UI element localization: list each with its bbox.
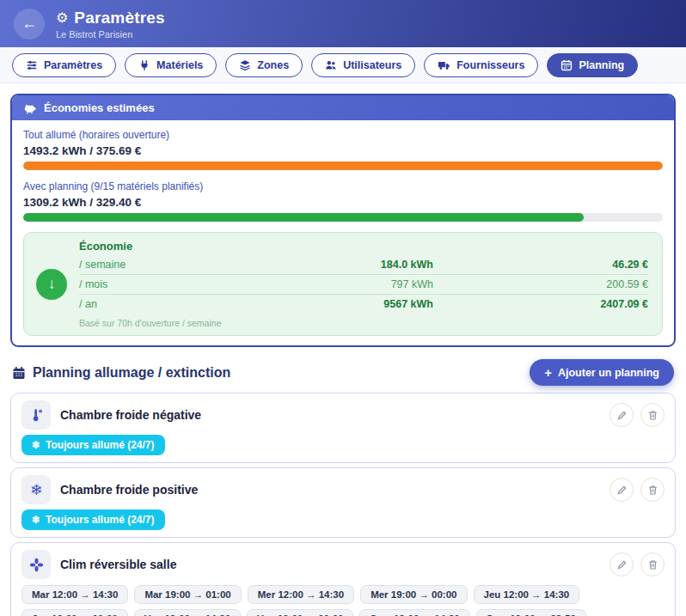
tab-bar: Paramètres Matériels Zones Utilisateurs … <box>0 47 686 83</box>
euro-value: 200.59 € <box>433 278 648 290</box>
with-planning-label: Avec planning (9/15 matériels planifiés) <box>23 180 663 192</box>
kwh-value: 797 kWh <box>253 278 433 290</box>
badge-label: Toujours allumé (24/7) <box>46 439 154 451</box>
add-planning-label: Ajouter un planning <box>558 367 659 379</box>
snowflake-icon: ❄ <box>21 475 51 504</box>
planning-card-chambre-negative: Chambre froide négative ❄ Toujours allum… <box>10 393 676 463</box>
all-on-label: Tout allumé (horaires ouverture) <box>23 129 663 141</box>
pencil-icon <box>616 410 628 421</box>
calendar-icon <box>12 366 26 380</box>
delete-button[interactable] <box>640 552 665 576</box>
schedule-chip: Mer 19:00 → 00:00 <box>360 585 467 604</box>
plug-icon <box>138 59 150 71</box>
tab-utilisateurs[interactable]: Utilisateurs <box>311 53 415 77</box>
page-title: Paramètres <box>74 9 165 27</box>
plus-icon: + <box>544 366 552 379</box>
tab-materiels[interactable]: Matériels <box>125 53 217 77</box>
savings-card: Économies estimées Tout allumé (horaires… <box>10 94 676 347</box>
schedule-chip: Sam 19:00 → 23:59 <box>476 609 586 616</box>
truck-icon <box>438 59 450 71</box>
euro-value: 46.29 € <box>433 259 648 271</box>
delete-button[interactable] <box>640 403 665 427</box>
snowflake-icon: ❄ <box>32 514 40 526</box>
tab-label: Utilisateurs <box>343 59 401 71</box>
edit-button[interactable] <box>609 552 634 576</box>
schedule-chip: Ven 19:00 → 00:00 <box>247 609 353 616</box>
delete-button[interactable] <box>640 478 665 502</box>
always-on-badge: ❄ Toujours allumé (24/7) <box>21 435 165 455</box>
period-label: / semaine <box>79 259 253 271</box>
back-arrow-icon: ← <box>21 15 37 33</box>
schedule-chip: Sam 12:00 → 14:30 <box>359 609 469 616</box>
app-header: ← ⚙ Paramètres Le Bistrot Parisien <box>0 0 686 47</box>
schedule-chip: Ven 12:00 → 14:30 <box>134 609 241 616</box>
savings-card-title: Économies estimées <box>44 101 155 114</box>
tab-parametres[interactable]: Paramètres <box>12 53 116 77</box>
always-on-badge: ❄ Toujours allumé (24/7) <box>21 509 165 530</box>
tab-label: Planning <box>579 59 624 71</box>
kwh-value: 184.0 kWh <box>253 259 433 271</box>
back-button[interactable]: ← <box>14 9 45 40</box>
thermometer-icon <box>21 400 51 430</box>
equipment-name: Chambre froide positive <box>60 483 600 497</box>
tab-planning[interactable]: Planning <box>547 53 638 77</box>
tab-fournisseurs[interactable]: Fournisseurs <box>424 53 538 77</box>
tab-zones[interactable]: Zones <box>225 53 303 77</box>
schedule-chip: Mer 12:00 → 14:30 <box>248 585 354 604</box>
schedule-chip: Jeu 12:00 → 14:30 <box>474 585 580 604</box>
main-content: Économies estimées Tout allumé (horaires… <box>0 83 686 616</box>
with-planning-progress-fill <box>23 213 584 222</box>
planning-section-title: Planning allumage / extinction <box>12 365 230 381</box>
tab-label: Matériels <box>156 59 203 71</box>
period-label: / an <box>79 298 253 310</box>
trash-icon <box>647 485 658 496</box>
trash-icon <box>647 410 658 421</box>
economy-row-month: / mois 797 kWh 200.59 € <box>79 275 648 295</box>
economy-row-year: / an 9567 kWh 2407.09 € <box>79 295 648 314</box>
planning-card-chambre-positive: ❄ Chambre froide positive ❄ Toujours all… <box>10 467 676 538</box>
layers-icon <box>239 59 251 71</box>
economy-title: Économie <box>79 240 648 255</box>
tab-label: Fournisseurs <box>456 59 524 71</box>
pencil-icon <box>616 559 628 570</box>
schedule-chip: Jeu 19:00 → 00:00 <box>21 609 128 616</box>
trash-icon <box>647 559 658 570</box>
economy-row-week: / semaine 184.0 kWh 46.29 € <box>79 255 648 275</box>
snowflake-icon: ❄ <box>32 439 40 451</box>
sliders-icon <box>26 59 38 71</box>
equipment-name: Chambre froide négative <box>60 408 600 422</box>
fan-icon <box>21 550 51 579</box>
all-on-progress-fill <box>23 162 663 170</box>
tab-label: Zones <box>257 59 289 71</box>
economy-summary-box: ↓ Économie / semaine 184.0 kWh 46.29 € /… <box>23 232 663 336</box>
schedule-chip: Mar 19:00 → 01:00 <box>134 585 241 604</box>
piggy-bank-icon <box>23 102 37 114</box>
planning-section-title-text: Planning allumage / extinction <box>33 365 230 381</box>
euro-value: 2407.09 € <box>433 298 648 310</box>
restaurant-name: Le Bistrot Parisien <box>56 29 165 40</box>
equipment-name: Clim réversible salle <box>60 558 600 571</box>
economy-footnote: Basé sur 70h d'ouverture / semaine <box>79 318 648 328</box>
down-arrow-icon: ↓ <box>36 269 67 300</box>
with-planning-progress-track <box>23 213 663 222</box>
all-on-value: 1493.2 kWh / 375.69 € <box>23 144 663 157</box>
users-icon <box>325 59 337 71</box>
planning-section-header: Planning allumage / extinction + Ajouter… <box>12 359 674 386</box>
edit-button[interactable] <box>609 403 634 427</box>
calendar-icon <box>560 59 573 71</box>
planning-card-clim: Clim réversible salle Mar 12:00 → 14:30 … <box>10 542 676 616</box>
pencil-icon <box>616 485 628 496</box>
gear-icon: ⚙ <box>56 11 68 25</box>
with-planning-value: 1309.2 kWh / 329.40 € <box>23 196 663 209</box>
edit-button[interactable] <box>609 478 634 502</box>
period-label: / mois <box>79 278 253 290</box>
tab-label: Paramètres <box>44 59 102 71</box>
all-on-progress-track <box>23 162 663 170</box>
add-planning-button[interactable]: + Ajouter un planning <box>530 359 674 386</box>
badge-label: Toujours allumé (24/7) <box>46 514 154 526</box>
kwh-value: 9567 kWh <box>253 298 433 310</box>
header-text: ⚙ Paramètres Le Bistrot Parisien <box>56 9 165 40</box>
schedule-chip: Mar 12:00 → 14:30 <box>21 585 128 604</box>
savings-card-header: Économies estimées <box>12 95 674 120</box>
schedule-chips: Mar 12:00 → 14:30 Mar 19:00 → 01:00 Mer … <box>21 585 665 616</box>
